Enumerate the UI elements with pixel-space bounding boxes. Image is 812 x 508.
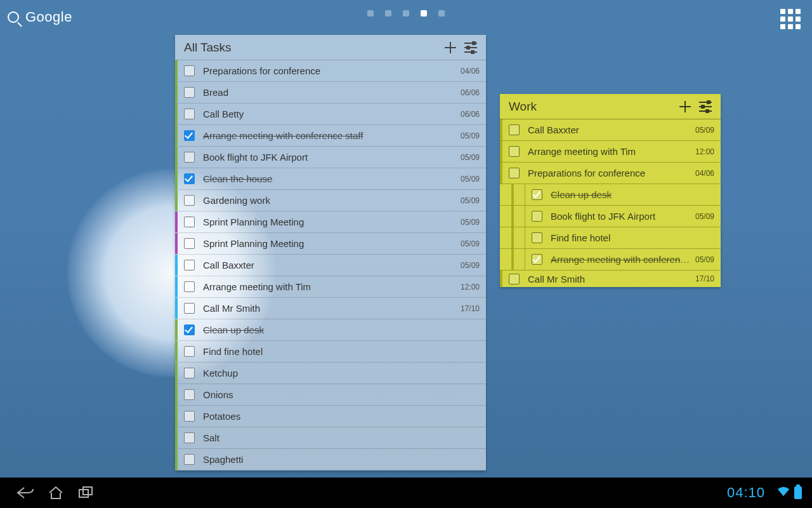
task-checkbox[interactable]: [532, 189, 542, 200]
task-checkbox[interactable]: [184, 65, 195, 76]
task-checkbox[interactable]: [532, 232, 542, 243]
plus-icon: [679, 101, 691, 112]
task-row[interactable]: Arrange meeting with conference staff05/…: [175, 125, 486, 147]
task-row[interactable]: Call Baxxter05/09: [175, 255, 486, 276]
task-checkbox[interactable]: [532, 254, 542, 265]
widget-header: Work: [500, 94, 721, 119]
widget-title: Work: [509, 100, 675, 114]
task-label: Call Baxxter: [200, 260, 455, 271]
home-button[interactable]: [41, 481, 71, 504]
task-checkbox[interactable]: [184, 238, 195, 249]
task-row[interactable]: Bread06/06: [175, 82, 486, 104]
task-label: Call Baxxter: [525, 124, 690, 135]
task-checkbox[interactable]: [184, 346, 195, 357]
task-row[interactable]: Book flight to JFK Airport05/09: [500, 206, 721, 227]
wifi-icon: [776, 485, 790, 501]
widget-settings-button[interactable]: [695, 97, 716, 117]
task-row[interactable]: Find fine hotel: [500, 227, 721, 249]
task-row[interactable]: Arrange meeting with Tim12:00: [175, 276, 486, 298]
task-row[interactable]: Onions: [175, 384, 486, 406]
add-task-button[interactable]: [440, 37, 461, 58]
task-row[interactable]: Arrange meeting with Tim12:00: [500, 141, 721, 163]
task-date: 12:00: [695, 147, 714, 156]
task-label: Bread: [200, 87, 455, 98]
task-row[interactable]: Sprint Planning Meeting05/09: [175, 211, 486, 233]
task-row[interactable]: Call Betty06/06: [175, 104, 486, 125]
task-checkbox[interactable]: [184, 173, 195, 184]
task-date: 04/06: [461, 67, 480, 76]
task-label: Clean up desk: [200, 324, 475, 335]
task-row[interactable]: Clean the house05/09: [175, 168, 486, 190]
add-task-button[interactable]: [675, 97, 695, 117]
sliders-icon: [464, 43, 477, 53]
search-icon: [8, 11, 19, 23]
task-checkbox[interactable]: [509, 168, 520, 178]
task-label: Arrange meeting with conference staff: [200, 130, 455, 141]
task-checkbox[interactable]: [532, 211, 542, 222]
task-row[interactable]: Ketchup: [175, 363, 486, 384]
task-label: Clean up desk: [548, 189, 709, 200]
task-label: Book flight to JFK Airport: [200, 152, 455, 163]
task-checkbox[interactable]: [184, 152, 195, 163]
task-row[interactable]: Find fine hotel: [175, 341, 486, 363]
task-label: Arrange meeting with conferenc…: [548, 254, 690, 265]
task-row[interactable]: Preparations for conference04/06: [175, 60, 486, 82]
task-checkbox[interactable]: [184, 260, 195, 271]
search-label: Google: [25, 9, 72, 25]
task-checkbox[interactable]: [184, 130, 195, 141]
battery-icon: [794, 486, 802, 499]
task-row[interactable]: Arrange meeting with conferenc…05/09: [500, 249, 721, 271]
task-checkbox[interactable]: [184, 303, 195, 314]
task-checkbox[interactable]: [184, 217, 195, 227]
task-checkbox[interactable]: [184, 454, 195, 465]
task-row[interactable]: Clean up desk: [175, 319, 486, 341]
task-date: 05/09: [461, 218, 480, 227]
task-checkbox[interactable]: [184, 109, 195, 119]
task-row[interactable]: Preparations for conference04/06: [500, 163, 721, 184]
task-label: Onions: [200, 389, 475, 400]
task-checkbox[interactable]: [184, 87, 195, 98]
task-date: 06/06: [461, 88, 480, 97]
task-date: 05/09: [695, 212, 714, 221]
task-row[interactable]: Clean up desk: [500, 184, 721, 206]
task-row[interactable]: Salt: [175, 427, 486, 449]
task-checkbox[interactable]: [184, 281, 195, 292]
task-label: Find fine hotel: [548, 232, 709, 243]
task-label: Salt: [200, 432, 475, 443]
app-drawer-button[interactable]: [780, 9, 801, 29]
task-row[interactable]: Sprint Planning Meeting05/09: [175, 233, 486, 255]
task-list: Preparations for conference04/06Bread06/…: [175, 60, 486, 471]
task-row[interactable]: Spaghetti: [175, 449, 486, 471]
task-checkbox[interactable]: [184, 368, 195, 378]
task-checkbox[interactable]: [184, 195, 195, 206]
task-date: 05/09: [695, 255, 714, 264]
task-row[interactable]: Potatoes: [175, 406, 486, 427]
task-label: Sprint Planning Meeting: [200, 217, 455, 227]
task-label: Arrange meeting with Tim: [200, 281, 455, 292]
widget-work: Work Call Baxxter05/09Arrange meeting wi…: [500, 94, 721, 287]
back-button[interactable]: [10, 481, 41, 504]
widget-all-tasks: All Tasks Preparations for conference04/…: [175, 35, 486, 471]
task-row[interactable]: Call Mr Smith17/10: [175, 298, 486, 319]
task-checkbox[interactable]: [509, 274, 520, 284]
task-checkbox[interactable]: [184, 324, 195, 335]
task-row[interactable]: Call Mr Smith17/10: [500, 271, 721, 287]
task-row[interactable]: Gardening work05/09: [175, 190, 486, 211]
task-checkbox[interactable]: [509, 124, 520, 135]
task-checkbox[interactable]: [184, 432, 195, 443]
plus-icon: [445, 42, 456, 53]
recent-apps-button[interactable]: [71, 481, 102, 504]
task-row[interactable]: Call Baxxter05/09: [500, 119, 721, 141]
task-checkbox[interactable]: [509, 146, 520, 157]
task-label: Gardening work: [200, 195, 455, 206]
task-checkbox[interactable]: [184, 411, 195, 422]
task-row[interactable]: Book flight to JFK Airport05/09: [175, 147, 486, 168]
task-label: Arrange meeting with Tim: [525, 146, 690, 157]
task-label: Spaghetti: [200, 454, 475, 465]
task-date: 12:00: [461, 283, 480, 291]
task-checkbox[interactable]: [184, 389, 195, 400]
page-indicator[interactable]: [367, 10, 445, 17]
widget-settings-button[interactable]: [461, 37, 481, 58]
google-search[interactable]: Google: [8, 9, 72, 25]
task-date: 05/09: [461, 239, 480, 248]
